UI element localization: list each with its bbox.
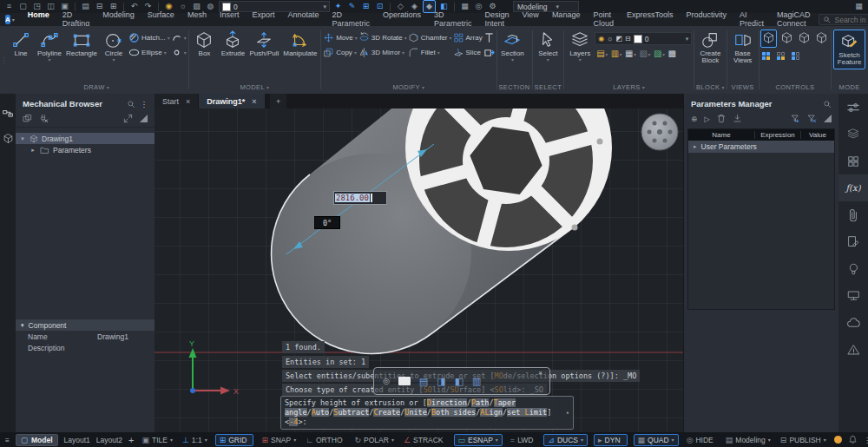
group-label-draw[interactable]: DRAW▾ bbox=[7, 83, 187, 94]
layers-button[interactable]: Layers ▾ bbox=[566, 30, 594, 62]
document-tab[interactable]: Start × bbox=[155, 94, 198, 108]
layer-isolate-icon[interactable]: ▤▾ bbox=[596, 49, 607, 58]
layer-freeze-icon[interactable]: ☼ bbox=[607, 35, 613, 43]
warnings-panel-icon[interactable] bbox=[838, 336, 868, 363]
base-views-button[interactable]: Base Views bbox=[729, 30, 757, 66]
add-layout-button[interactable]: + bbox=[128, 435, 134, 445]
status-toggle[interactable]: = LWD bbox=[509, 435, 538, 445]
attachments-panel-icon[interactable] bbox=[838, 201, 868, 228]
group-label-controls[interactable]: CONTROLS bbox=[760, 83, 829, 94]
group-label-mode[interactable]: MODE bbox=[833, 83, 865, 94]
manipulate-button[interactable]: Manipulate bbox=[281, 30, 319, 58]
command-prompt[interactable]: Specify height of extrusion or [Directio… bbox=[280, 396, 574, 430]
dynamic-dimension-input[interactable]: 2816.00 bbox=[333, 191, 387, 205]
delete-icon[interactable] bbox=[717, 114, 726, 123]
arc-flyout-button[interactable]: ▾ bbox=[171, 31, 187, 43]
control-toggle-2[interactable] bbox=[777, 52, 785, 60]
component-header[interactable]: ▾ Component bbox=[16, 319, 155, 331]
customize-qat-icon[interactable]: ≡ bbox=[3, 1, 15, 12]
sketch-feature-button[interactable]: Sketch Feature bbox=[833, 30, 865, 69]
quad-union-icon[interactable]: ◨ bbox=[437, 376, 445, 387]
extrude-button[interactable]: Extrude bbox=[219, 30, 247, 58]
filter-clear-icon[interactable] bbox=[807, 114, 817, 123]
3d-rotate-button[interactable]: 3D Rotate ▾ bbox=[358, 31, 407, 43]
user-parameters-row[interactable]: ▸ User Parameters bbox=[688, 141, 834, 153]
select-button[interactable]: Select ▾ bbox=[534, 30, 562, 62]
status-menu-icon[interactable]: ≡ bbox=[5, 436, 10, 444]
evaluate-icon[interactable]: ▷ bbox=[704, 115, 710, 123]
quad-extrude-icon[interactable]: ▤ bbox=[419, 376, 428, 387]
status-toggle[interactable]: ⊥ 1:1 ▾ bbox=[181, 435, 209, 445]
copy-stack-icon[interactable] bbox=[23, 114, 32, 123]
quad-cursor-icon[interactable]: ◎ bbox=[383, 377, 390, 385]
quad-toolbar[interactable]: ◎ ▤ ◨ ◧ ▥ × bbox=[373, 367, 550, 395]
browser-panel-icon[interactable] bbox=[3, 109, 14, 121]
search-icon[interactable] bbox=[127, 100, 135, 108]
point-flyout-button[interactable]: ▾ bbox=[171, 46, 187, 58]
circle-button[interactable]: Circle ▾ bbox=[100, 30, 128, 62]
status-toggle[interactable]: ▸ DYN bbox=[594, 434, 627, 446]
cloud-panel-icon[interactable] bbox=[838, 309, 868, 336]
status-toggle[interactable]: ∟ ORTHO bbox=[304, 435, 346, 445]
push-pull-button[interactable]: Push/Pull bbox=[247, 30, 280, 58]
polyline-button[interactable]: Polyline ▾ bbox=[36, 30, 63, 62]
broken-link-icon[interactable] bbox=[39, 114, 49, 123]
group-label-views[interactable]: VIEWS bbox=[729, 83, 757, 94]
3d-mirror-button[interactable]: 3D Mirror ▾ bbox=[358, 46, 407, 58]
layer-state-dropdown[interactable]: ◉ ☼ ◩ ⊟ 0 ▾ bbox=[595, 32, 692, 45]
status-toggle[interactable]: ⊟ PUBLISH ▾ bbox=[779, 435, 828, 445]
control-cube-active[interactable] bbox=[760, 30, 777, 48]
status-toggle[interactable]: ▤ Modeling ▾ bbox=[724, 435, 773, 445]
resize-corner-icon[interactable] bbox=[824, 115, 832, 122]
line-button[interactable]: Line bbox=[7, 30, 35, 58]
fillet-button[interactable]: Fillet ▾ bbox=[408, 46, 452, 58]
model-tab[interactable]: ▢ Model bbox=[16, 434, 58, 446]
quad-close-icon[interactable]: × bbox=[538, 369, 542, 377]
window-grip-icon[interactable]: ▦ bbox=[853, 1, 865, 12]
slice-button[interactable]: Slice bbox=[453, 46, 483, 58]
model-viewport[interactable]: Y X 2816.00 0° 1 found. Entities in set:… bbox=[155, 108, 686, 432]
chevron-right-icon[interactable]: ▸ bbox=[30, 147, 36, 154]
quad-sweep-icon[interactable]: ▥ bbox=[472, 376, 481, 387]
expand-tree-icon[interactable] bbox=[123, 114, 133, 123]
layer-previous-icon[interactable]: ▩ bbox=[668, 49, 676, 58]
sheets-panel-icon[interactable] bbox=[838, 228, 868, 255]
group-label-layers[interactable]: LAYERS▾ bbox=[566, 83, 692, 94]
blocks-panel-icon[interactable] bbox=[838, 148, 868, 174]
status-toggle[interactable]: ⊞ GRID bbox=[215, 434, 254, 446]
status-toggle[interactable]: ⊿ DUCS ▾ bbox=[543, 434, 588, 446]
layer-off-icon[interactable]: ▦▾ bbox=[625, 49, 635, 58]
status-toggle[interactable]: ↻ POLAR ▾ bbox=[353, 435, 396, 445]
control-toggle-3[interactable] bbox=[792, 52, 799, 60]
document-tab[interactable]: Drawing1* × bbox=[199, 94, 264, 108]
bell-icon[interactable] bbox=[848, 435, 858, 445]
kebab-menu-icon[interactable]: ⋮ bbox=[864, 436, 868, 444]
chamfer-button[interactable]: Chamfer ▾ bbox=[408, 31, 452, 43]
import-icon[interactable] bbox=[733, 114, 742, 123]
status-toggle[interactable]: ◎ HIDE bbox=[685, 435, 718, 445]
quad-active-tool[interactable] bbox=[398, 377, 411, 385]
component-name-row[interactable]: Name Drawing1 bbox=[16, 331, 155, 342]
notification-dot-icon[interactable] bbox=[834, 436, 842, 444]
ribbon-search[interactable] bbox=[819, 14, 868, 25]
group-label-modify[interactable]: MODIFY▾ bbox=[323, 83, 494, 94]
search-icon[interactable] bbox=[823, 100, 832, 108]
create-block-button[interactable]: Create Block bbox=[696, 30, 725, 66]
layer-lock-icon[interactable]: ◩ bbox=[616, 35, 623, 43]
control-cube-4[interactable] bbox=[814, 30, 829, 47]
layer-match-icon[interactable]: ▨▾ bbox=[654, 49, 664, 58]
app-menu-chevron-icon[interactable]: ▾ bbox=[12, 16, 15, 23]
layout1-tab[interactable]: Layout1 bbox=[64, 436, 90, 444]
properties-panel-icon[interactable] bbox=[838, 94, 868, 121]
status-toggle[interactable]: ▦ QUAD ▾ bbox=[634, 434, 679, 446]
group-label-section[interactable]: SECTION bbox=[498, 83, 529, 94]
status-toggle[interactable]: ∠ STRACK bbox=[402, 435, 448, 445]
new-tab-button[interactable]: + bbox=[270, 94, 286, 108]
chevron-right-icon[interactable]: ▸ bbox=[694, 143, 697, 150]
filter-expression-icon[interactable] bbox=[791, 114, 800, 123]
hatch-button[interactable]: Hatch... ▾ bbox=[128, 31, 170, 43]
parameters-panel-icon[interactable]: ƒ(x) bbox=[838, 174, 868, 201]
close-icon[interactable]: × bbox=[186, 97, 190, 106]
component-description-row[interactable]: Description bbox=[16, 342, 155, 353]
layout2-tab[interactable]: Layout2 bbox=[96, 436, 122, 444]
